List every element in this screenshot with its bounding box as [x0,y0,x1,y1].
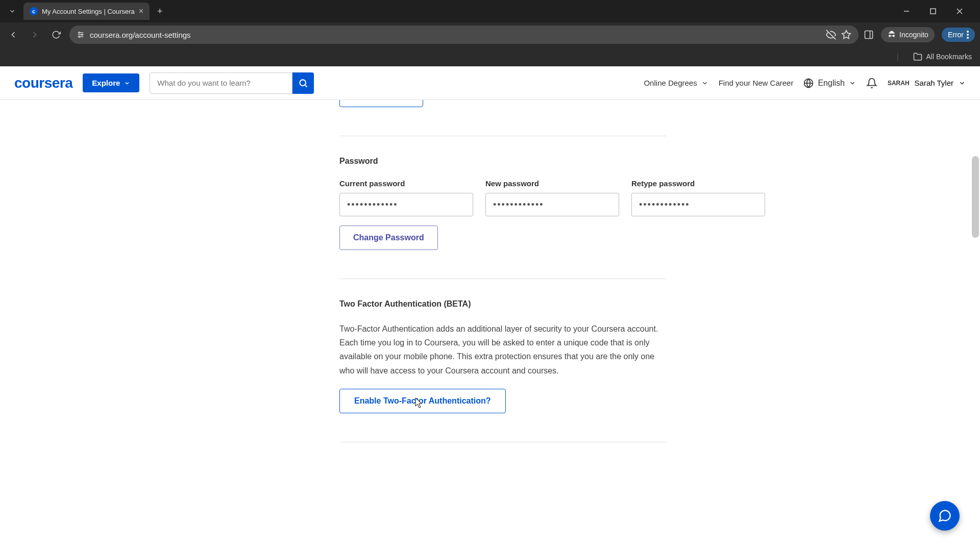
all-bookmarks-link[interactable]: All Bookmarks [926,53,972,61]
close-icon[interactable]: × [139,7,143,16]
verify-name-button[interactable]: Verify My Name [339,100,423,107]
svg-point-16 [967,37,969,39]
site-header: coursera Explore Online Degrees Find you… [0,66,980,100]
svg-rect-1 [930,9,936,14]
chevron-down-icon [959,80,966,87]
svg-point-17 [300,80,306,86]
bookmarks-bar: | All Bookmarks [0,47,980,66]
incognito-indicator[interactable]: Incognito [881,27,935,42]
online-degrees-link[interactable]: Online Degrees [644,79,708,87]
divider [339,136,666,136]
toolbar-icons: Incognito Error [864,27,975,42]
current-password-field: Current password [339,179,473,216]
current-password-label: Current password [339,179,473,188]
browser-tab[interactable]: c My Account Settings | Coursera × [23,3,150,20]
site-settings-icon[interactable] [77,31,85,39]
chevron-down-icon [701,80,708,87]
globe-icon [803,78,814,88]
explore-button[interactable]: Explore [83,73,139,92]
url-text: coursera.org/account-settings [90,31,821,39]
svg-point-7 [79,32,80,34]
language-selector[interactable]: English [803,78,855,88]
address-bar: coursera.org/account-settings Incognito … [0,22,980,47]
new-password-input[interactable] [485,193,619,216]
chevron-down-icon [124,80,130,86]
svg-point-9 [79,36,80,38]
error-label: Error [948,31,964,39]
menu-dots-icon [967,31,969,39]
new-password-label: New password [485,179,619,188]
bookmark-star-icon[interactable] [841,30,851,40]
retype-password-field: Retype password [631,179,765,216]
new-password-field: New password [485,179,619,216]
search-input[interactable] [150,72,292,94]
search-icon [298,78,308,88]
side-panel-icon[interactable] [864,30,874,40]
reload-button[interactable] [48,27,64,43]
chat-button[interactable] [930,501,960,531]
find-career-link[interactable]: Find your New Career [719,79,794,87]
current-password-input[interactable] [339,193,473,216]
back-button[interactable] [5,27,21,43]
bell-icon [866,78,877,89]
maximize-icon[interactable] [923,4,943,19]
svg-point-14 [967,31,969,33]
minimize-icon[interactable] [896,4,917,19]
divider [339,442,666,442]
error-indicator[interactable]: Error [942,28,975,42]
avatar: SARAH [888,80,910,87]
scrollbar-thumb[interactable] [972,156,979,238]
password-fields-row: Current password New password Retype pas… [339,179,666,216]
page-content: Verify My Name Password Current password… [0,100,980,551]
svg-point-8 [81,34,83,36]
new-tab-button[interactable]: + [153,4,167,18]
window-controls [896,4,976,19]
coursera-logo[interactable]: coursera [14,75,72,91]
incognito-label: Incognito [899,31,928,39]
svg-line-18 [305,85,307,87]
folder-icon [913,52,922,61]
tfa-description: Two-Factor Authentication adds an additi… [339,322,666,378]
language-label: English [818,79,844,88]
enable-tfa-button[interactable]: Enable Two-Factor Authentication? [339,389,506,413]
chat-icon [938,509,952,523]
tab-search-dropdown[interactable] [4,3,20,19]
coursera-favicon-icon: c [30,7,38,15]
password-section-title: Password [339,157,666,166]
user-name: Sarah Tyler [915,79,953,87]
settings-panel: Verify My Name Password Current password… [227,100,753,493]
svg-point-15 [967,34,969,36]
url-input[interactable]: coursera.org/account-settings [69,26,859,44]
search-form [150,72,314,94]
retype-password-label: Retype password [631,179,765,188]
tfa-section-title: Two Factor Authentication (BETA) [339,299,666,309]
svg-marker-11 [842,31,851,39]
window-close-icon[interactable] [949,4,970,19]
svg-rect-12 [865,31,873,39]
incognito-icon [887,30,896,39]
explore-label: Explore [92,79,120,87]
browser-chrome: c My Account Settings | Coursera × + cou… [0,0,980,66]
user-menu[interactable]: SARAH Sarah Tyler [888,79,966,87]
tab-title: My Account Settings | Coursera [42,8,135,15]
notifications-button[interactable] [866,78,877,89]
forward-button[interactable] [27,27,43,43]
tab-bar: c My Account Settings | Coursera × + [0,0,980,22]
change-password-button[interactable]: Change Password [339,226,438,250]
search-button[interactable] [292,72,314,94]
eye-off-icon[interactable] [826,30,836,40]
chevron-down-icon [849,80,856,87]
divider [339,279,666,279]
retype-password-input[interactable] [631,193,765,216]
